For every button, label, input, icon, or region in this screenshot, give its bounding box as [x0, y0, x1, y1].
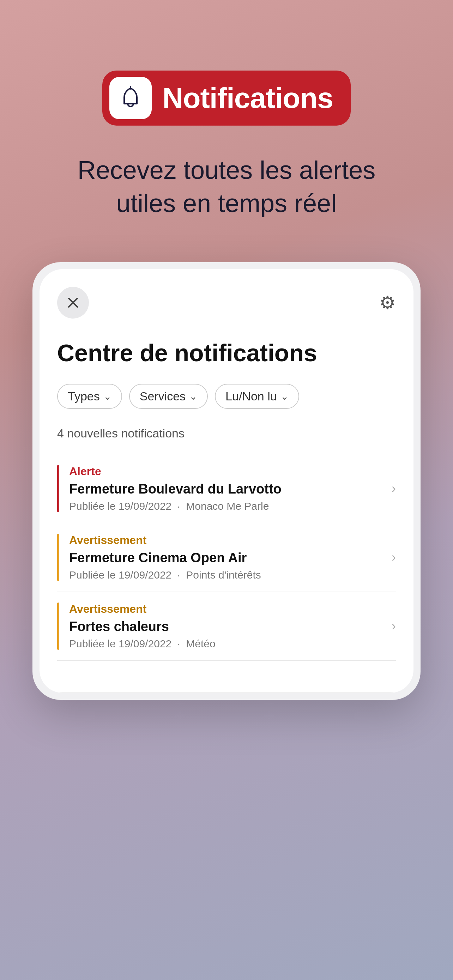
chevron-right-icon: › — [385, 465, 396, 512]
notification-title: Fermeture Boulevard du Larvotto — [69, 482, 385, 497]
meta-dot: · — [178, 500, 180, 512]
filter-types-label: Types — [68, 390, 100, 403]
notification-title: Fermeture Cinema Open Air — [69, 550, 385, 565]
page-title: Centre de notifications — [57, 340, 396, 366]
notification-count: 4 nouvelles notifications — [57, 426, 396, 440]
notifications-badge: Notifications — [102, 70, 351, 126]
gear-icon[interactable]: ⚙ — [379, 292, 396, 313]
notification-item[interactable] — [57, 661, 396, 693]
close-icon — [66, 296, 80, 310]
chevron-right-icon: › — [385, 603, 396, 650]
notification-type: Alerte — [69, 465, 385, 478]
notification-item[interactable]: Avertissement Fortes chaleurs Publiée le… — [57, 592, 396, 661]
notification-meta: Publiée le 19/09/2022 · Météo — [69, 638, 385, 650]
chevron-down-icon: ⌄ — [280, 391, 289, 402]
notification-type: Avertissement — [69, 603, 385, 616]
notification-meta: Publiée le 19/09/2022 · Points d'intérêt… — [69, 569, 385, 581]
chevron-down-icon: ⌄ — [189, 391, 197, 402]
notification-source: Monaco Me Parle — [186, 500, 269, 512]
notification-item[interactable]: Avertissement Fermeture Cinema Open Air … — [57, 523, 396, 592]
notification-meta: Publiée le 19/09/2022 · Monaco Me Parle — [69, 500, 385, 512]
close-button[interactable] — [57, 287, 89, 318]
notification-border-red — [57, 465, 59, 512]
bell-icon — [118, 85, 143, 111]
chevron-right-icon: › — [385, 534, 396, 581]
notification-content: Alerte Fermeture Boulevard du Larvotto P… — [69, 465, 385, 512]
notification-date: Publiée le 19/09/2022 — [69, 638, 172, 649]
meta-dot: · — [178, 569, 180, 581]
chevron-down-icon: ⌄ — [103, 391, 111, 402]
notification-border-yellow — [57, 534, 59, 581]
phone-inner: ⚙ Centre de notifications Types ⌄ Servic… — [40, 269, 413, 693]
notification-item[interactable]: Alerte Fermeture Boulevard du Larvotto P… — [57, 454, 396, 523]
filter-row: Types ⌄ Services ⌄ Lu/Non lu ⌄ — [57, 384, 396, 409]
notification-type: Avertissement — [69, 534, 385, 547]
top-bar: ⚙ — [57, 287, 396, 318]
notification-date: Publiée le 19/09/2022 — [69, 500, 172, 512]
phone-mockup: ⚙ Centre de notifications Types ⌄ Servic… — [32, 262, 421, 700]
notification-source: Points d'intérêts — [186, 569, 261, 581]
badge-title: Notifications — [162, 81, 333, 115]
subtitle-text: Recevez toutes les alertes utiles en tem… — [68, 154, 385, 220]
notification-title: Fortes chaleurs — [69, 619, 385, 634]
filter-read-label: Lu/Non lu — [226, 390, 277, 403]
filter-services[interactable]: Services ⌄ — [129, 384, 208, 409]
notification-source: Météo — [186, 638, 215, 649]
meta-dot: · — [178, 638, 180, 649]
notification-content: Avertissement Fermeture Cinema Open Air … — [69, 534, 385, 581]
notification-date: Publiée le 19/09/2022 — [69, 569, 172, 581]
notification-content: Avertissement Fortes chaleurs Publiée le… — [69, 603, 385, 650]
filter-services-label: Services — [140, 390, 186, 403]
filter-types[interactable]: Types ⌄ — [57, 384, 122, 409]
bell-icon-wrapper — [110, 77, 152, 119]
notification-border-yellow — [57, 603, 59, 650]
filter-read-status[interactable]: Lu/Non lu ⌄ — [215, 384, 299, 409]
